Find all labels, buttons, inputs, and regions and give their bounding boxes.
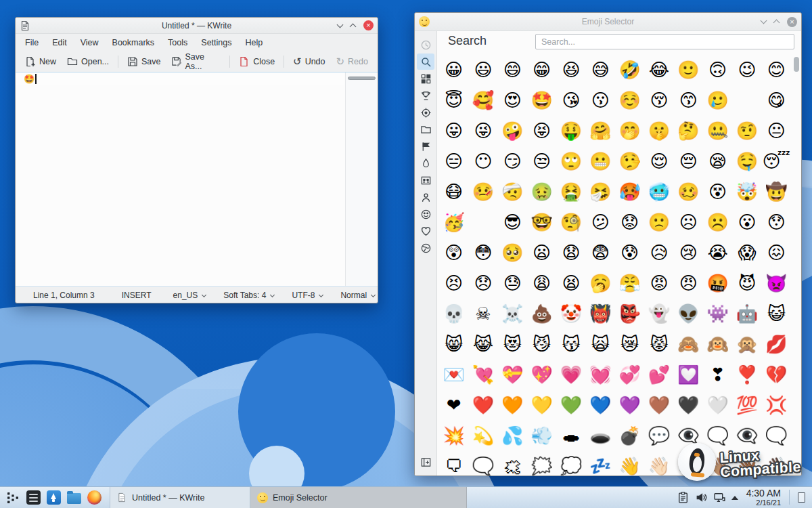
category-recent[interactable] bbox=[417, 37, 434, 53]
emoji-item[interactable]: 🤗 bbox=[586, 115, 615, 146]
open-button[interactable]: Open... bbox=[62, 54, 114, 70]
show-desktop-button[interactable] bbox=[798, 492, 805, 503]
firefox-button[interactable] bbox=[86, 490, 102, 506]
task-kwrite[interactable]: Untitled * — KWrite bbox=[110, 487, 250, 508]
highlighting-select[interactable]: Normal bbox=[334, 291, 375, 300]
emoji-item[interactable]: 💩 bbox=[527, 298, 556, 329]
emoji-item[interactable]: 💛 bbox=[527, 389, 556, 420]
emoji-item[interactable]: 😯 bbox=[762, 207, 791, 237]
category-all[interactable] bbox=[417, 70, 434, 87]
close-icon[interactable]: × bbox=[787, 17, 797, 27]
menu-file[interactable]: File bbox=[18, 35, 45, 50]
emoji-item[interactable]: 😽 bbox=[556, 329, 585, 359]
clock-widget[interactable]: 4:30 AM 2/16/21 bbox=[746, 488, 781, 507]
undo-button[interactable]: ↺ Undo bbox=[288, 54, 330, 70]
scrollbar-thumb[interactable] bbox=[348, 77, 376, 80]
emoji-item[interactable]: 🥺 bbox=[498, 237, 527, 268]
emoji-item[interactable]: 🗯 bbox=[498, 450, 527, 475]
emoji-item[interactable]: 👿 bbox=[762, 268, 791, 298]
emoji-item[interactable]: 💝 bbox=[498, 359, 527, 389]
emoji-item[interactable]: 💓 bbox=[586, 359, 615, 389]
emoji-item[interactable]: 💞 bbox=[615, 359, 644, 389]
emoji-item[interactable]: 😳 bbox=[468, 237, 497, 268]
emoji-item[interactable]: 🙂 bbox=[674, 54, 703, 85]
save-button[interactable]: Save bbox=[122, 54, 166, 70]
emoji-item[interactable]: 🤐 bbox=[703, 115, 732, 146]
expand-tray-icon[interactable] bbox=[731, 496, 738, 500]
emoji-item[interactable]: 💖 bbox=[527, 359, 556, 389]
emoji-item[interactable]: 🙊 bbox=[732, 329, 761, 359]
emoji-selector-titlebar[interactable]: Emoji Selector × bbox=[415, 13, 801, 31]
emoji-item[interactable]: 😍 bbox=[498, 85, 527, 115]
emoji-item[interactable]: 🙈 bbox=[674, 329, 703, 359]
emoji-item[interactable]: 🤥 bbox=[615, 146, 644, 176]
menu-tools[interactable]: Tools bbox=[161, 35, 194, 50]
menu-bookmarks[interactable]: Bookmarks bbox=[106, 35, 162, 50]
emoji-item[interactable]: 😠 bbox=[674, 268, 703, 298]
emoji-item[interactable]: 🙃 bbox=[703, 54, 732, 85]
emoji-item[interactable]: 🤒 bbox=[468, 176, 497, 207]
emoji-item[interactable]: 😃 bbox=[468, 54, 497, 85]
emoji-item[interactable]: 🗨 bbox=[439, 450, 468, 475]
emoji-item[interactable]: 😎 bbox=[498, 207, 527, 237]
emoji-item[interactable]: 😚 bbox=[644, 85, 673, 115]
emoji-item[interactable]: 😒 bbox=[527, 146, 556, 176]
emoji-item[interactable]: ❣ bbox=[703, 359, 732, 389]
emoji-item[interactable]: ☠ bbox=[468, 298, 497, 329]
emoji-item[interactable]: 🥶 bbox=[644, 176, 673, 207]
emoji-item[interactable]: 👋🏻 bbox=[644, 450, 673, 475]
menu-help[interactable]: Help bbox=[238, 35, 269, 50]
close-document-button[interactable]: Close bbox=[233, 54, 280, 70]
emoji-item[interactable]: 😂 bbox=[644, 54, 673, 85]
category-symbols[interactable] bbox=[417, 223, 434, 239]
search-input[interactable] bbox=[535, 34, 794, 49]
new-button[interactable]: New bbox=[20, 54, 62, 70]
emoji-item[interactable]: 😸 bbox=[439, 329, 468, 359]
input-mode[interactable]: INSERT bbox=[115, 291, 158, 300]
close-icon[interactable]: × bbox=[363, 20, 374, 30]
emoji-item[interactable]: 🤠 bbox=[762, 176, 791, 207]
category-activities[interactable] bbox=[417, 87, 434, 104]
emoji-item[interactable]: 🗨️ bbox=[762, 420, 791, 450]
emoji-item[interactable]: 😟 bbox=[615, 207, 644, 237]
emoji-item[interactable]: 🕳️ bbox=[586, 420, 615, 450]
emoji-item[interactable]: 🤣 bbox=[615, 54, 644, 85]
emoji-item[interactable]: 😔 bbox=[674, 146, 703, 176]
emoji-item[interactable]: 😣 bbox=[439, 268, 468, 298]
emoji-item[interactable]: 👽 bbox=[674, 298, 703, 329]
emoji-item[interactable]: 😢 bbox=[674, 237, 703, 268]
emoji-item[interactable]: 👁️‍🗨️ bbox=[674, 420, 703, 450]
emoji-item[interactable]: 🥲 bbox=[703, 85, 732, 115]
emoji-item[interactable]: 🕳 bbox=[556, 420, 585, 450]
emoji-item[interactable]: 🥳 bbox=[439, 207, 468, 237]
emoji-item[interactable]: 😄 bbox=[498, 54, 527, 85]
emoji-item[interactable]: 😓 bbox=[498, 268, 527, 298]
tab-mode-select[interactable]: Soft Tabs: 4 bbox=[217, 291, 281, 300]
emoji-item[interactable]: 😼 bbox=[527, 329, 556, 359]
emoji-item[interactable]: 😕 bbox=[586, 207, 615, 237]
emoji-item[interactable]: 🤮 bbox=[556, 176, 585, 207]
emoji-item[interactable]: 👋🏾 bbox=[732, 450, 761, 475]
emoji-item[interactable]: 👻 bbox=[644, 298, 673, 329]
kwrite-titlebar[interactable]: Untitled * — KWrite × bbox=[16, 18, 378, 34]
emoji-item[interactable]: ☹ bbox=[674, 207, 703, 237]
emoji-item[interactable]: 😆 bbox=[556, 54, 585, 85]
emoji-item[interactable]: 😌 bbox=[644, 146, 673, 176]
emoji-item[interactable]: 😤 bbox=[615, 268, 644, 298]
emoji-item[interactable]: 💣 bbox=[615, 420, 644, 450]
emoji-item[interactable]: 😐 bbox=[762, 115, 791, 146]
emoji-item[interactable]: 💯 bbox=[732, 389, 761, 420]
redo-button[interactable]: ↻ Redo bbox=[331, 54, 374, 70]
emoji-item[interactable]: 😦 bbox=[527, 237, 556, 268]
emoji-item[interactable]: 😞 bbox=[468, 268, 497, 298]
emoji-item[interactable]: 😋 bbox=[762, 85, 791, 115]
emoji-item[interactable]: 🤡 bbox=[556, 298, 585, 329]
emoji-item[interactable]: 😹 bbox=[468, 329, 497, 359]
emoji-item[interactable]: 😡 bbox=[644, 268, 673, 298]
emoji-item[interactable]: 💨 bbox=[527, 420, 556, 450]
emoji-item[interactable]: 🧡 bbox=[498, 389, 527, 420]
emoji-item[interactable]: 😥 bbox=[644, 237, 673, 268]
minimize-icon[interactable] bbox=[337, 21, 344, 28]
save-as-button[interactable]: Save As... bbox=[166, 49, 226, 74]
maximize-icon[interactable] bbox=[773, 20, 780, 26]
